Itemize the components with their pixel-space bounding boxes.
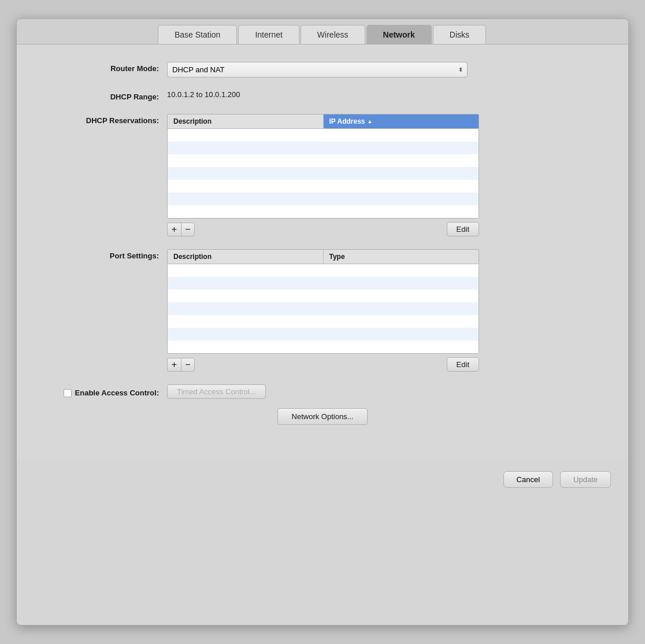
- dhcp-range-label: DHCP Range:: [40, 90, 167, 101]
- port-remove-button[interactable]: −: [181, 358, 195, 372]
- table-row: [168, 302, 479, 315]
- port-col-description[interactable]: Description: [168, 250, 324, 264]
- dhcp-table-body: [168, 129, 479, 218]
- table-row: [168, 340, 479, 353]
- table-row: [168, 290, 479, 302]
- access-control-label-group: Enable Access Control:: [40, 386, 167, 397]
- port-button-row: + − Edit: [167, 357, 479, 372]
- tab-disks[interactable]: Disks: [433, 25, 486, 44]
- table-row: [168, 167, 479, 180]
- dhcp-button-row: + − Edit: [167, 222, 479, 236]
- router-mode-label: Router Mode:: [40, 62, 167, 73]
- table-row: [168, 205, 479, 218]
- table-row: [168, 315, 479, 328]
- update-button[interactable]: Update: [560, 471, 611, 488]
- table-row: [168, 142, 479, 154]
- network-options-row: Network Options...: [40, 408, 605, 425]
- tab-base-station[interactable]: Base Station: [158, 25, 237, 44]
- port-settings-control: Description Type: [167, 249, 605, 372]
- sort-ascending-icon: ▲: [368, 119, 373, 124]
- access-control-label: Enable Access Control:: [75, 388, 159, 397]
- access-control-button-area: Timed Access Control...: [167, 384, 605, 399]
- port-col-type[interactable]: Type: [324, 250, 479, 264]
- tab-internet[interactable]: Internet: [238, 25, 299, 44]
- port-edit-button[interactable]: Edit: [447, 357, 479, 372]
- port-settings-label: Port Settings:: [40, 249, 167, 260]
- port-settings-row: Port Settings: Description Type: [40, 249, 605, 372]
- tab-network[interactable]: Network: [366, 25, 432, 44]
- timed-access-control-button[interactable]: Timed Access Control...: [167, 384, 266, 399]
- port-add-remove-group: + −: [167, 358, 195, 372]
- table-row: [168, 264, 479, 277]
- tab-wireless[interactable]: Wireless: [301, 25, 365, 44]
- dhcp-edit-button[interactable]: Edit: [447, 222, 479, 236]
- bottom-bar: Cancel Update: [17, 460, 628, 494]
- access-control-checkbox[interactable]: [64, 389, 72, 397]
- cancel-button[interactable]: Cancel: [503, 471, 553, 488]
- access-control-row: Enable Access Control: Timed Access Cont…: [40, 384, 605, 399]
- dhcp-table-header: Description IP Address ▲: [168, 114, 479, 129]
- table-row: [168, 180, 479, 193]
- dhcp-col-description[interactable]: Description: [168, 114, 324, 128]
- port-settings-table: Description Type: [167, 249, 479, 354]
- dhcp-col-ip[interactable]: IP Address ▲: [324, 114, 479, 128]
- main-window: Base Station Internet Wireless Network D…: [16, 18, 629, 626]
- dhcp-reservations-label: DHCP Reservations:: [40, 114, 167, 125]
- dhcp-add-remove-group: + −: [167, 223, 195, 236]
- dhcp-reservations-table: Description IP Address ▲: [167, 114, 479, 219]
- table-row: [168, 193, 479, 205]
- table-row: [168, 277, 479, 290]
- content-area: Router Mode: DHCP and NAT DHCP Only Off …: [17, 45, 628, 460]
- dhcp-range-value: 10.0.1.2 to 10.0.1.200: [167, 90, 605, 99]
- router-mode-row: Router Mode: DHCP and NAT DHCP Only Off …: [40, 62, 605, 77]
- router-mode-control: DHCP and NAT DHCP Only Off (Bridge Mode)…: [167, 62, 605, 77]
- port-table-header: Description Type: [168, 250, 479, 264]
- network-options-button[interactable]: Network Options...: [277, 408, 368, 425]
- dhcp-range-row: DHCP Range: 10.0.1.2 to 10.0.1.200: [40, 90, 605, 101]
- port-add-button[interactable]: +: [167, 358, 181, 372]
- table-row: [168, 129, 479, 142]
- dhcp-reservations-row: DHCP Reservations: Description IP Addres…: [40, 114, 605, 236]
- tab-bar: Base Station Internet Wireless Network D…: [17, 19, 628, 45]
- table-row: [168, 328, 479, 340]
- dhcp-remove-button[interactable]: −: [181, 223, 195, 236]
- router-mode-select-wrapper: DHCP and NAT DHCP Only Off (Bridge Mode)…: [167, 62, 468, 77]
- dhcp-reservations-control: Description IP Address ▲: [167, 114, 605, 236]
- table-row: [168, 154, 479, 167]
- router-mode-select[interactable]: DHCP and NAT DHCP Only Off (Bridge Mode): [167, 62, 468, 77]
- port-table-body: [168, 264, 479, 353]
- dhcp-add-button[interactable]: +: [167, 223, 181, 236]
